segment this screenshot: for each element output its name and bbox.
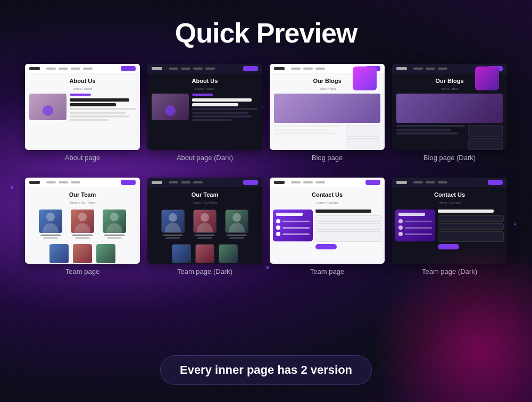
card-breadcrumb: Home / Contact <box>392 201 507 204</box>
contact-icon <box>276 232 280 236</box>
member-name <box>40 234 61 236</box>
member-avatar <box>193 210 217 233</box>
contact-form-name <box>438 215 504 222</box>
member-role <box>43 237 58 239</box>
contact-icon <box>398 219 403 223</box>
contact-form-email <box>438 223 504 230</box>
member-avatar <box>225 210 248 233</box>
nav-link <box>71 68 80 70</box>
team-members-row2 <box>25 242 140 264</box>
avatar-body <box>165 223 181 232</box>
nav-link <box>193 68 203 70</box>
team-member <box>191 210 219 239</box>
nav-link <box>169 68 178 70</box>
blog-list-item <box>346 138 380 150</box>
contact-detail <box>282 221 310 222</box>
member-role <box>107 237 122 239</box>
card-breadcrumb: Home / Our Team <box>147 201 262 204</box>
member-name <box>72 234 93 236</box>
team-members-row2 <box>147 242 262 264</box>
preview-label: About page <box>65 154 101 162</box>
avatar-head <box>46 213 55 221</box>
about-text <box>70 94 136 123</box>
nav-link <box>291 181 301 183</box>
nav-link <box>303 181 313 183</box>
card-page-title: About Us <box>147 78 262 84</box>
preview-item-team-dark: Our Team Home / Our Team <box>147 178 262 284</box>
member-role <box>229 237 244 239</box>
preview-card-contact-dark[interactable]: Contact Us Home / Contact <box>392 178 507 264</box>
contact-icon <box>276 219 280 223</box>
about-image <box>29 94 66 120</box>
contact-left-col <box>395 210 435 249</box>
team-member <box>101 210 128 239</box>
member-avatar <box>73 244 92 263</box>
blog-content <box>270 94 385 150</box>
nav-link <box>83 68 93 70</box>
avatar-head <box>169 213 177 222</box>
preview-card-team-light[interactable]: Our Team Home / Our Team <box>25 178 140 264</box>
nav-logo <box>396 67 407 70</box>
member-avatar <box>103 210 126 233</box>
preview-card-contact-light[interactable]: Contact Us Home / Contact <box>270 178 385 264</box>
nav-link <box>315 68 325 70</box>
text-line <box>70 112 126 114</box>
member-avatar <box>96 244 115 263</box>
card-breadcrumb: Home / Contact <box>270 201 385 204</box>
contact-title <box>276 213 303 216</box>
preview-item-about-dark: About Us Home / About About page (Dar <box>147 64 262 170</box>
nav-link <box>303 68 313 70</box>
member-name <box>195 234 215 236</box>
contact-form-email <box>315 223 381 230</box>
team-member <box>223 210 251 239</box>
nav-logo <box>274 181 285 184</box>
text-line <box>274 125 343 127</box>
member-avatar <box>39 210 62 233</box>
avatar-body <box>43 223 59 233</box>
nav-cta-button <box>121 180 136 185</box>
preview-label: Team page (Dark) <box>177 267 232 275</box>
text-line <box>396 132 458 135</box>
nav-link <box>315 181 325 183</box>
member-avatar <box>172 244 191 263</box>
nav-link <box>46 68 56 70</box>
card-page-title: Contact Us <box>270 191 385 198</box>
team-member <box>159 210 187 239</box>
member-avatar <box>219 244 238 263</box>
preview-card-team-dark[interactable]: Our Team Home / Our Team <box>147 178 262 264</box>
preview-label: Team page <box>310 267 344 275</box>
nav-logo <box>396 181 407 184</box>
contact-form-name <box>315 215 381 222</box>
preview-item-contact-light: Contact Us Home / Contact <box>270 178 385 284</box>
preview-card-blog-light[interactable]: Our Blogs Home / Blog <box>270 64 385 150</box>
contact-content <box>270 207 385 252</box>
contact-title <box>398 213 425 216</box>
card-content <box>147 94 262 123</box>
deco-dot <box>11 186 13 189</box>
card-navbar <box>270 178 385 187</box>
contact-info-box <box>395 210 435 241</box>
preview-card-about-dark[interactable]: About Us Home / About <box>147 64 262 150</box>
about-text <box>192 94 258 123</box>
member-avatar <box>161 210 185 233</box>
contact-icon <box>398 225 403 230</box>
contact-form-message <box>438 231 504 242</box>
preview-card-about-light[interactable]: About Us Home / About <box>25 64 140 150</box>
nav-logo <box>152 181 162 184</box>
text-line <box>274 129 329 131</box>
nav-logo <box>29 67 40 70</box>
nav-link <box>291 68 301 70</box>
member-avatar <box>49 244 69 263</box>
avatar-head <box>232 213 241 222</box>
avatar-face <box>103 210 126 233</box>
card-navbar <box>147 64 262 73</box>
nav-links <box>46 181 119 183</box>
contact-submit-button <box>438 244 459 249</box>
blog-image-accent <box>475 66 499 90</box>
preview-card-blog-dark[interactable]: Our Blogs Home / Blog <box>392 64 507 150</box>
nav-links <box>413 181 486 183</box>
preview-label: About page (Dark) <box>177 154 233 162</box>
contact-info-item <box>398 219 432 223</box>
contact-detail <box>405 221 432 222</box>
blog-list-item <box>346 125 380 137</box>
